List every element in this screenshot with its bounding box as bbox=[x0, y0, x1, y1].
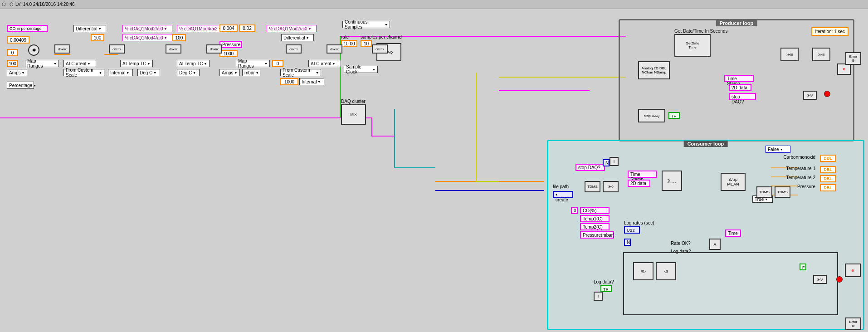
stop-indicator bbox=[824, 91, 830, 97]
tf-bottom-indicator: TF bbox=[600, 285, 612, 292]
producer-loop: Producer loop Iteration: 1 sec Get Date/… bbox=[619, 19, 854, 142]
stop-daq-q-box: stop DAQ? bbox=[729, 93, 756, 100]
error-indicator: ⊗ bbox=[837, 63, 851, 75]
dnxnx-node-4: dnxnx bbox=[206, 44, 222, 54]
value-0-box[interactable]: 0 bbox=[7, 49, 18, 56]
temperature1-label: Temperature 1 bbox=[786, 166, 815, 171]
differential-dropdown-2[interactable]: Differential bbox=[281, 34, 314, 41]
temperature2-label: Temperature 2 bbox=[786, 175, 815, 180]
deg-c-dropdown-2[interactable]: Deg C bbox=[177, 69, 200, 76]
dnxnx-node-3: dnxnx bbox=[166, 44, 181, 54]
cdaq-mod2-ai0-dropdown[interactable]: ½ cDAQ1Mod2/ai0 bbox=[122, 25, 172, 32]
dnxnx-node-7: dnxnx bbox=[372, 44, 388, 54]
get-datetime-node: GetDateTime bbox=[674, 34, 711, 57]
v-indicator-consumer: ≫V bbox=[813, 275, 827, 284]
ai-current-dropdown-1[interactable]: AI Current bbox=[63, 60, 96, 67]
file-path-label: file path bbox=[553, 184, 569, 189]
samples-value-box[interactable]: 10 bbox=[361, 40, 372, 47]
daq-cluster-node: MIX bbox=[341, 104, 366, 125]
consumer-stop-daq-q: stop DAQ? bbox=[575, 164, 605, 171]
ai-temp-tc-dropdown-2[interactable]: AI Temp TC bbox=[177, 60, 210, 67]
tf-indicator: TF bbox=[668, 112, 680, 119]
sample-clock-dropdown[interactable]: Sample Clock bbox=[344, 66, 378, 73]
i-indicator-consumer: I bbox=[610, 157, 619, 166]
cdaq-mod4-ai0-dropdown[interactable]: ½ cDAQ1Mod4/ai0 bbox=[122, 34, 172, 41]
title-bar: ⬡ ⬡ LV: 14.0 24/10/2016 14:20:46 bbox=[0, 0, 868, 9]
queue-node-1: ≫III bbox=[780, 48, 799, 61]
carbonmonoxide-dbl: DBL bbox=[820, 155, 836, 162]
differential-dropdown-1[interactable]: Differential bbox=[73, 25, 106, 32]
case-inner-node-1: R▷ bbox=[633, 262, 653, 280]
dnxnx-node-6: dnxnx bbox=[327, 44, 342, 54]
continuous-samples-dropdown[interactable]: Continuous Samples bbox=[342, 21, 390, 28]
i-bottom-indicator: I bbox=[594, 292, 603, 301]
error-box-top-right: Error⊗ bbox=[845, 52, 861, 65]
tdms-node-1: TDMS bbox=[585, 181, 600, 192]
title-text: LV: 14.0 24/10/2016 14:20:46 bbox=[15, 2, 75, 7]
pressure-out-label: Pressure bbox=[797, 184, 815, 189]
internal-dropdown-1[interactable]: Internal bbox=[108, 69, 133, 76]
value-100-box-1[interactable]: 100 bbox=[91, 34, 104, 41]
pressure-label-box: Pressure bbox=[219, 41, 242, 48]
value-0-right-box[interactable]: 0 bbox=[272, 60, 283, 67]
amps-dropdown-2[interactable]: Amps bbox=[219, 69, 240, 76]
consumer-2d-data: 2D data bbox=[628, 180, 650, 187]
percentage-dropdown[interactable]: Percentage bbox=[7, 82, 34, 89]
consumer-time-stamp: Time Stamp bbox=[628, 171, 657, 178]
a-node: A bbox=[709, 239, 721, 250]
f-indicator: F bbox=[800, 264, 806, 270]
dnxnx-node-2: dnxnx bbox=[109, 44, 125, 54]
dnxnx-node-1: dnxnx bbox=[54, 44, 70, 54]
time-stamp-box: Time Stamp bbox=[724, 75, 754, 82]
dnxnx-node-5: dnxnx bbox=[286, 44, 302, 54]
rate-label: rate bbox=[341, 34, 349, 39]
n-label-1: N bbox=[603, 159, 610, 166]
tdms-node-right-2: TDMS bbox=[775, 186, 790, 198]
ai-current-dropdown-2[interactable]: AI Current bbox=[308, 60, 341, 67]
internal-dropdown-2[interactable]: Internal bbox=[299, 78, 324, 85]
from-custom-scale-dropdown-2[interactable]: From Custom Scale bbox=[280, 69, 321, 76]
mbar-dropdown[interactable]: mbar bbox=[242, 69, 260, 76]
map-ranges-dropdown-2[interactable]: Map Ranges bbox=[236, 60, 270, 67]
pressure-out-dbl: DBL bbox=[820, 184, 836, 191]
consumer-loop: Consumer loop False stop DAQ? N I Time S… bbox=[547, 140, 864, 330]
value-00409-box[interactable]: 0.00409 bbox=[7, 36, 29, 44]
multiply-node: ✱ bbox=[28, 44, 39, 56]
deg-c-dropdown-1[interactable]: Deg C bbox=[137, 69, 160, 76]
amps-dropdown-1[interactable]: Amps bbox=[7, 69, 27, 76]
temperature2-dbl: DBL bbox=[820, 175, 836, 182]
from-custom-scale-dropdown-1[interactable]: From Custom Scale bbox=[63, 69, 104, 76]
mean-node: Δ/σpMEAN bbox=[721, 173, 746, 191]
daq-cluster-label: DAQ cluster bbox=[341, 99, 366, 104]
value-0-02-box-1[interactable]: 0.02 bbox=[239, 24, 255, 32]
cdaq-mod2-ai0b-dropdown[interactable]: ½ cDAQ1Mod2/ai0 bbox=[267, 25, 317, 32]
time-node: Time bbox=[725, 229, 741, 237]
value-1000-box-2[interactable]: 1000 bbox=[280, 78, 298, 85]
samples-per-channel-label: samples per channel bbox=[361, 34, 402, 39]
rate-value-box[interactable]: 10.00 bbox=[341, 40, 357, 47]
v-indicator: ≫V bbox=[803, 91, 817, 100]
create-node[interactable]: • create bbox=[553, 191, 573, 198]
iteration-label: Iteration: 1 sec bbox=[811, 27, 848, 36]
carbonmonoxide-label: Carbonmonoxid bbox=[783, 155, 815, 160]
log-rates-label: Log rates (sec) bbox=[624, 220, 654, 225]
get-datetime-label: Get Date/Time In Seconds bbox=[674, 29, 727, 34]
map-ranges-dropdown-1[interactable]: Map Ranges bbox=[25, 60, 59, 67]
tdms-node-2: ≫0 bbox=[603, 181, 619, 192]
stop-daq-node: stop DAQ bbox=[638, 109, 665, 122]
temp2-c-box: Temp2(C) bbox=[580, 223, 610, 230]
consumer-loop-title: Consumer loop bbox=[684, 141, 728, 147]
n-label-2: N bbox=[624, 239, 631, 246]
queue-node-2: ≫III bbox=[812, 48, 830, 61]
tdms-node-right-1: TDMS bbox=[756, 186, 772, 198]
value-100-left-box[interactable]: 100 bbox=[7, 60, 18, 67]
value-1000-box-1[interactable]: 1000 bbox=[219, 50, 238, 57]
false-dropdown[interactable]: False bbox=[766, 146, 790, 153]
ai-temp-tc-dropdown-1[interactable]: AI Temp TC bbox=[120, 60, 153, 67]
us2-box: US2 bbox=[624, 226, 640, 234]
value-100-box-2[interactable]: 100 bbox=[172, 34, 186, 41]
value-0-004-box[interactable]: 0.004 bbox=[219, 24, 238, 32]
co-percent-box: CO(%) bbox=[580, 207, 610, 214]
value-0-consumer: 0 bbox=[571, 207, 578, 214]
stop-indicator-consumer bbox=[836, 276, 843, 283]
